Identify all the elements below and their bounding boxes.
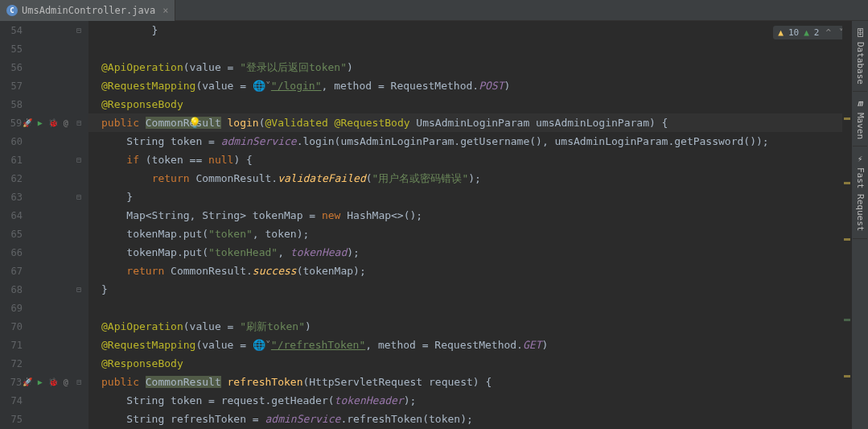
line-number: 73	[0, 377, 22, 388]
chevron-up-icon[interactable]: ^	[824, 27, 833, 38]
line-number: 65	[0, 229, 23, 240]
line-number: 75	[0, 414, 23, 425]
line-number: 71	[0, 340, 23, 351]
line-number: 67	[0, 266, 23, 277]
warning-icon: ▲	[778, 27, 784, 38]
fold-icon[interactable]: ⊟	[74, 285, 84, 294]
tab-title: UmsAdminController.java	[22, 5, 155, 16]
line-number: 60	[0, 136, 23, 147]
editor-area: 54⊟ 55 56 57 58 59 🚀 ▶ 🐞 @ ⊟ 60 61⊟ 62 6…	[0, 21, 868, 429]
debug-icon[interactable]: 🐞	[47, 118, 58, 128]
line-number: 55	[0, 43, 23, 55]
hint-count: 2	[814, 27, 820, 38]
url-link[interactable]: "/refreshToken"	[271, 339, 365, 351]
rocket-icon[interactable]: 🚀	[22, 377, 32, 387]
annotation: @RequestMapping	[101, 80, 195, 92]
line-number: 68	[0, 284, 23, 295]
code-area[interactable]: } @ApiOperation(value = "登录以后返回token") @…	[88, 21, 868, 429]
fold-icon[interactable]: ⊟	[74, 377, 84, 386]
bolt-icon: ⚡	[854, 153, 866, 164]
sidebar-item-label: Database	[855, 42, 866, 85]
annotation: @ApiOperation	[101, 61, 183, 73]
inspection-bar[interactable]: ▲ 10 ▲ 2 ^ ˅	[773, 26, 850, 39]
line-number: 56	[0, 62, 23, 73]
scroll-track[interactable]	[842, 21, 852, 429]
scroll-mark[interactable]	[844, 118, 850, 120]
sidebar-item-label: Fast Request	[855, 167, 866, 231]
line-number: 74	[0, 395, 23, 406]
warning-count: 10	[788, 27, 799, 38]
annotation: @RequestMapping	[101, 339, 195, 351]
line-number: 64	[0, 210, 23, 221]
scroll-mark[interactable]	[844, 375, 850, 377]
globe-icon[interactable]: 🌐˅	[253, 80, 271, 92]
run-icon[interactable]: ▶	[35, 377, 45, 387]
at-icon[interactable]: @	[60, 377, 71, 387]
line-number: 63	[0, 192, 23, 203]
line-number: 59	[0, 118, 22, 129]
url-link[interactable]: "/login"	[271, 80, 322, 92]
line-number: 57	[0, 80, 23, 92]
annotation: @ResponseBody	[101, 357, 183, 369]
sidebar-item-label: Maven	[855, 113, 866, 139]
hint-icon: ▲	[804, 27, 809, 38]
gutter: 54⊟ 55 56 57 58 59 🚀 ▶ 🐞 @ ⊟ 60 61⊟ 62 6…	[0, 21, 88, 429]
rocket-icon[interactable]: 🚀	[22, 118, 32, 128]
line-number: 69	[0, 303, 23, 314]
fold-icon[interactable]: ⊟	[74, 155, 84, 164]
scroll-mark[interactable]	[844, 182, 850, 184]
scroll-mark[interactable]	[844, 238, 850, 241]
sidebar-item-fast-request[interactable]: ⚡ Fast Request	[853, 146, 867, 238]
sidebar-item-maven[interactable]: m Maven	[853, 92, 867, 146]
line-number: 61	[0, 155, 23, 166]
maven-icon: m	[854, 98, 866, 109]
close-icon[interactable]: ×	[162, 5, 168, 16]
line-number: 58	[0, 99, 23, 110]
code-text: }	[101, 24, 158, 36]
sidebar-item-database[interactable]: 🗄 Database	[853, 21, 867, 92]
debug-icon[interactable]: 🐞	[47, 377, 58, 387]
annotation: @ApiOperation	[101, 320, 183, 332]
tab-bar: C UmsAdminController.java ×	[0, 0, 868, 21]
fold-icon[interactable]: ⊟	[74, 192, 84, 201]
java-class-icon: C	[6, 5, 18, 16]
globe-icon[interactable]: 🌐˅	[253, 339, 271, 351]
bulb-icon[interactable]: 💡	[188, 117, 201, 129]
database-icon: 🗄	[854, 27, 866, 39]
right-tool-sidebar: 🗄 Database m Maven ⚡ Fast Request	[852, 21, 868, 429]
line-number: 72	[0, 358, 23, 369]
fold-icon[interactable]: ⊟	[74, 118, 84, 127]
run-icon[interactable]: ▶	[35, 118, 45, 128]
at-icon[interactable]: @	[60, 118, 71, 128]
scroll-mark[interactable]	[844, 319, 850, 321]
line-number: 54	[0, 25, 23, 36]
file-tab[interactable]: C UmsAdminController.java ×	[0, 0, 175, 21]
fold-icon[interactable]: ⊟	[74, 26, 84, 35]
line-number: 70	[0, 321, 23, 332]
line-number: 62	[0, 173, 23, 184]
annotation: @ResponseBody	[101, 98, 183, 110]
line-number: 66	[0, 247, 23, 258]
